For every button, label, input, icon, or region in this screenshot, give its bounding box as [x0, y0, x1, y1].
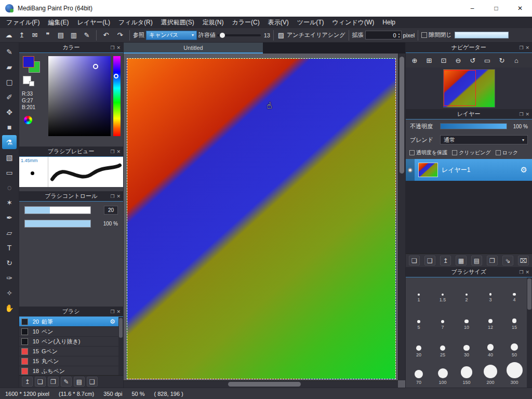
- rotate-cw-icon[interactable]: ↻: [495, 54, 509, 66]
- lasso-select-tool[interactable]: ◌: [2, 180, 17, 194]
- duplicate-brush-icon[interactable]: ❑: [87, 377, 98, 387]
- fit-window-icon[interactable]: ⊡: [437, 54, 450, 66]
- popout-icon[interactable]: ❐: [110, 309, 114, 314]
- copy-layer-icon[interactable]: ❐: [487, 256, 498, 265]
- pen-tool[interactable]: ✎: [2, 45, 17, 59]
- panel-close-icon[interactable]: ✕: [116, 149, 121, 154]
- sv-cursor[interactable]: [93, 64, 98, 69]
- palette-icon[interactable]: [24, 116, 32, 124]
- brush-size-option[interactable]: 12: [478, 305, 502, 332]
- eraser-tool[interactable]: ▰: [2, 60, 17, 74]
- foreground-color-swatch[interactable]: [23, 56, 34, 68]
- protect-alpha-checkbox[interactable]: 透明度を保護: [409, 149, 447, 156]
- brush-size-option[interactable]: 150: [455, 360, 478, 387]
- antialias-label[interactable]: アンチエイリアシング: [287, 31, 345, 39]
- move-tool[interactable]: ✥: [2, 105, 17, 119]
- zoom-step-icon[interactable]: ⊞: [422, 54, 436, 66]
- magic-wand-tool[interactable]: ✶: [2, 195, 17, 209]
- menu-tool[interactable]: ツール(T): [293, 17, 328, 28]
- gap-close-label[interactable]: 隙間閉じ: [429, 31, 451, 39]
- hue-slider[interactable]: [113, 56, 121, 136]
- brush-size-option[interactable]: 300: [502, 360, 526, 387]
- view-rectangle[interactable]: [444, 70, 476, 106]
- brush-size-option[interactable]: 15: [502, 305, 526, 332]
- redo-button[interactable]: ↷: [114, 30, 126, 41]
- dot-pen-tool[interactable]: ✐: [2, 90, 17, 104]
- zoom-out-icon[interactable]: ⊖: [451, 54, 465, 66]
- layer-visibility-toggle[interactable]: [406, 159, 415, 181]
- menu-filter[interactable]: フィルタ(R): [114, 17, 157, 28]
- brush-list-item[interactable]: 20鉛筆⚙: [19, 317, 118, 327]
- brush-size-option[interactable]: 10: [455, 305, 478, 332]
- menu-view[interactable]: 表示(V): [264, 17, 293, 28]
- popout-icon[interactable]: ❐: [519, 45, 523, 50]
- menu-color[interactable]: カラー(C): [228, 17, 263, 28]
- operation-tool[interactable]: ↻: [2, 256, 17, 270]
- brush-size-option[interactable]: 70: [407, 360, 431, 387]
- document-tab[interactable]: Untitled: [124, 43, 263, 54]
- cloud-icon[interactable]: ☁: [3, 30, 15, 41]
- edit-post-icon[interactable]: ✎: [81, 30, 93, 41]
- sub-color-swatches[interactable]: [23, 76, 38, 89]
- brush-list-item[interactable]: 10ペン: [19, 327, 118, 337]
- panel-close-icon[interactable]: ✕: [525, 112, 529, 117]
- brush-opacity-slider[interactable]: [24, 220, 91, 228]
- panel-close-icon[interactable]: ✕: [525, 270, 529, 275]
- brush-size-option[interactable]: 5: [407, 305, 431, 332]
- hue-cursor[interactable]: [114, 74, 118, 78]
- scrollbar-thumb[interactable]: [527, 278, 531, 310]
- select-pen-tool[interactable]: ✒: [2, 210, 17, 224]
- lock-checkbox[interactable]: ロック: [496, 149, 518, 156]
- saturation-value-picker[interactable]: [48, 56, 111, 136]
- maximize-button[interactable]: □: [484, 0, 508, 17]
- comment-icon[interactable]: ✉: [29, 30, 41, 41]
- brush-list-item[interactable]: 18ふちペン: [19, 366, 118, 375]
- layer-row[interactable]: レイヤー1 ⚙: [406, 159, 532, 181]
- gap-close-checkbox[interactable]: [421, 32, 427, 38]
- navigator-thumbnail[interactable]: [443, 69, 495, 108]
- brush-size-option[interactable]: 20: [407, 332, 431, 360]
- brush-size-option[interactable]: 3: [478, 277, 502, 304]
- add-layer-icon[interactable]: ❏: [409, 256, 420, 265]
- canvas-horizontal-scrollbar[interactable]: [124, 380, 398, 388]
- brush-size-option[interactable]: 50: [502, 332, 526, 360]
- brush-folder-icon[interactable]: ▤: [74, 377, 85, 387]
- figure-tool[interactable]: ▢: [2, 75, 17, 89]
- antialias-icon[interactable]: ▨: [277, 30, 285, 41]
- add-brush-menu-icon[interactable]: ❐: [48, 377, 59, 387]
- halftone-layer-icon[interactable]: ▦: [456, 256, 467, 265]
- layer-folder-icon[interactable]: ▤: [471, 256, 482, 265]
- brush-size-option[interactable]: 1.5: [431, 277, 455, 304]
- brush-list-item[interactable]: 10ペン(入り抜き): [19, 337, 118, 347]
- popout-icon[interactable]: ❐: [519, 112, 523, 117]
- brush-settings-icon[interactable]: ⚙: [110, 318, 116, 325]
- brush-size-option[interactable]: 40: [478, 332, 502, 360]
- layer-settings-icon[interactable]: ⚙: [521, 165, 532, 175]
- scrollbar-thumb[interactable]: [228, 382, 301, 387]
- brush-size-option[interactable]: 30: [455, 332, 478, 360]
- brush-size-option[interactable]: 1: [407, 277, 431, 304]
- brush-size-option[interactable]: 7: [431, 305, 455, 332]
- menu-ruler[interactable]: 定規(N): [198, 17, 228, 28]
- color-swatches[interactable]: [23, 56, 42, 74]
- gradient-tool[interactable]: ▧: [2, 150, 17, 164]
- delete-layer-icon[interactable]: ⌧: [518, 256, 529, 265]
- brush-size-slider[interactable]: [24, 206, 91, 214]
- menu-help[interactable]: Help: [378, 17, 400, 28]
- brush-size-option[interactable]: 4: [502, 277, 526, 304]
- layer-opacity-slider[interactable]: [440, 123, 507, 129]
- slider-knob[interactable]: [220, 33, 225, 38]
- popout-icon[interactable]: ❐: [110, 149, 114, 154]
- menu-file[interactable]: ファイル(F): [2, 17, 44, 28]
- spinner-arrows-icon[interactable]: ▴▾: [398, 32, 400, 38]
- sub-color-swatch-small[interactable]: [29, 81, 34, 86]
- eyedropper-tool[interactable]: ✧: [2, 286, 17, 300]
- close-button[interactable]: ✕: [508, 0, 532, 17]
- blend-mode-dropdown[interactable]: 通常 ▾: [440, 135, 528, 144]
- brush-tool[interactable]: ✑: [2, 271, 17, 285]
- panel-close-icon[interactable]: ✕: [116, 309, 121, 314]
- expand-input[interactable]: 0 ▴▾: [365, 31, 402, 39]
- scrollbar-thumb[interactable]: [400, 57, 404, 174]
- scrollbar-thumb[interactable]: [119, 318, 123, 338]
- brush-list-scrollbar[interactable]: [118, 317, 123, 375]
